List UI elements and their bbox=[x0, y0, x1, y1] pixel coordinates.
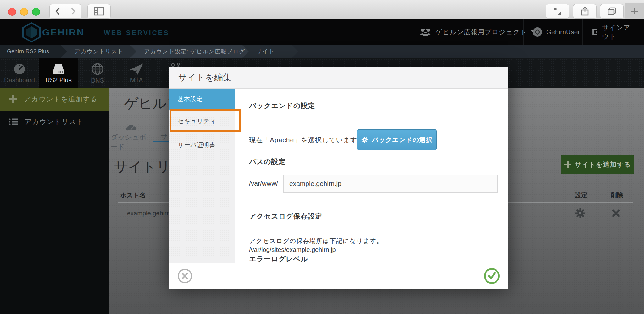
confirm-button[interactable] bbox=[484, 268, 500, 284]
paper-plane-icon bbox=[129, 63, 144, 75]
modal-tab-basic-settings[interactable]: 基本設定 bbox=[169, 89, 235, 110]
modal-tab-list: 基本設定 セキュリティ サーバ証明書 bbox=[169, 89, 235, 263]
modal-footer bbox=[169, 263, 508, 289]
share-icon bbox=[581, 7, 589, 16]
modal-tab-server-certificate[interactable]: サーバ証明書 bbox=[169, 134, 235, 156]
plus-icon bbox=[564, 161, 571, 168]
modal-tab-security[interactable]: セキュリティ bbox=[169, 111, 235, 132]
backend-settings-heading: バックエンドの設定 bbox=[249, 101, 315, 111]
breadcrumb-item-rs2plus[interactable]: Gehirn RS2 Plus bbox=[0, 45, 67, 58]
forward-icon bbox=[70, 7, 76, 15]
fullscreen-button[interactable] bbox=[546, 4, 569, 19]
nav-item-mta[interactable]: MTA bbox=[117, 58, 156, 88]
close-window-button[interactable] bbox=[8, 8, 16, 16]
add-site-button[interactable]: サイトを追加する bbox=[561, 155, 634, 174]
signout-button[interactable]: サインアウト bbox=[582, 19, 644, 45]
signout-label: サインアウト bbox=[602, 23, 635, 41]
close-icon bbox=[181, 273, 188, 279]
breadcrumb-item-site[interactable]: サイト bbox=[242, 45, 298, 58]
sidebar: アカウントを追加する アカウントリスト bbox=[0, 88, 109, 314]
breadcrumb-item-account-list[interactable]: アカウントリスト bbox=[60, 45, 136, 58]
zoom-window-button[interactable] bbox=[32, 8, 40, 16]
gear-icon bbox=[575, 208, 586, 219]
plus-icon bbox=[9, 95, 18, 104]
backend-status-text: 現在「Apache」を選択しています。 bbox=[249, 136, 364, 144]
nav-item-dashboard[interactable]: Dashboard bbox=[0, 58, 39, 88]
check-icon bbox=[487, 272, 496, 280]
sidebar-item-add-account[interactable]: アカウントを追加する bbox=[0, 88, 109, 111]
signout-icon bbox=[591, 27, 598, 37]
sidebar-toggle-button[interactable] bbox=[87, 4, 111, 19]
modal-body: バックエンドの設定 現在「Apache」を選択しています。 バックエンドの選択 … bbox=[249, 89, 508, 263]
server-icon bbox=[51, 63, 66, 75]
modal-header: サイトを編集 bbox=[169, 67, 508, 89]
logo-subtext: WEB SERVICES bbox=[104, 29, 169, 36]
logo-text: GEHIRN bbox=[42, 27, 85, 38]
project-name: ゲヒルン広報用プロジェクト bbox=[436, 28, 527, 36]
back-button[interactable] bbox=[49, 4, 65, 19]
plus-icon bbox=[631, 8, 638, 15]
table-header-delete: 削除 bbox=[605, 191, 629, 199]
table-header-host: ホスト名 bbox=[120, 191, 146, 199]
nav-item-rs2plus[interactable]: RS2 Plus bbox=[39, 58, 78, 88]
forward-button[interactable] bbox=[65, 4, 81, 19]
site-list-heading: サイトリ bbox=[114, 158, 170, 176]
browser-toolbar bbox=[0, 0, 644, 19]
user-name: GehirnUser bbox=[546, 28, 580, 36]
accesslog-path: /var/log/sites/example.gehirn.jp bbox=[249, 246, 336, 253]
new-tab-button[interactable] bbox=[625, 3, 644, 19]
sidebar-item-account-list[interactable]: アカウントリスト bbox=[0, 111, 109, 133]
list-icon bbox=[9, 118, 18, 126]
tab-site-underline bbox=[153, 141, 169, 142]
tab-overview-button[interactable] bbox=[600, 4, 624, 19]
tab-site[interactable]: サ bbox=[161, 132, 168, 141]
select-backend-label: バックエンドの選択 bbox=[372, 136, 432, 144]
breadcrumb-item-account-settings[interactable]: アカウント設定: ゲヒルン広報ブログ bbox=[130, 45, 249, 58]
users-icon bbox=[419, 28, 432, 36]
gauge-icon bbox=[125, 123, 137, 131]
breadcrumb: Gehirn RS2 Plus アカウントリスト アカウント設定: ゲヒルン広報… bbox=[0, 45, 644, 58]
app-header: GEHIRN WEB SERVICES ゲヒルン広報用プロジェクト Gehirn… bbox=[0, 19, 644, 45]
avatar-icon bbox=[532, 27, 542, 37]
path-settings-heading: パスの設定 bbox=[249, 157, 286, 166]
accesslog-description: アクセスログの保存場所は下記になります。 bbox=[249, 237, 383, 245]
tab-dashboard[interactable]: ダッシュボード bbox=[111, 123, 152, 151]
sidebar-divider bbox=[4, 134, 104, 134]
minimize-window-button[interactable] bbox=[20, 8, 28, 16]
row-delete-button[interactable] bbox=[611, 208, 621, 219]
modal-title: サイトを編集 bbox=[178, 67, 232, 89]
gauge-icon bbox=[13, 63, 26, 75]
accesslog-settings-heading: アクセスログ保存設定 bbox=[249, 212, 322, 221]
user-menu[interactable]: GehirnUser bbox=[523, 19, 589, 45]
tab-overview-icon bbox=[607, 7, 617, 16]
path-input[interactable] bbox=[283, 175, 498, 193]
gehirn-logo-icon bbox=[21, 22, 42, 43]
table-header-settings: 設定 bbox=[569, 191, 593, 199]
back-icon bbox=[55, 7, 60, 15]
cancel-button[interactable] bbox=[178, 269, 192, 283]
gear-icon bbox=[361, 136, 368, 143]
share-button[interactable] bbox=[573, 4, 597, 19]
sidebar-toggle-icon bbox=[94, 7, 104, 16]
row-settings-button[interactable] bbox=[575, 208, 586, 220]
path-prefix-label: /var/www/ bbox=[249, 180, 278, 187]
fullscreen-icon bbox=[553, 7, 562, 16]
nav-item-dns[interactable]: DNS bbox=[78, 58, 117, 88]
app-window: GEHIRN WEB SERVICES ゲヒルン広報用プロジェクト Gehirn… bbox=[0, 0, 644, 314]
x-icon bbox=[611, 208, 621, 218]
edit-site-modal: サイトを編集 基本設定 セキュリティ サーバ証明書 バックエンドの設定 現在「A… bbox=[169, 67, 508, 289]
globe-icon bbox=[91, 62, 104, 76]
select-backend-button[interactable]: バックエンドの選択 bbox=[357, 129, 437, 150]
errorlog-level-heading: エラーログレベル bbox=[249, 254, 308, 263]
